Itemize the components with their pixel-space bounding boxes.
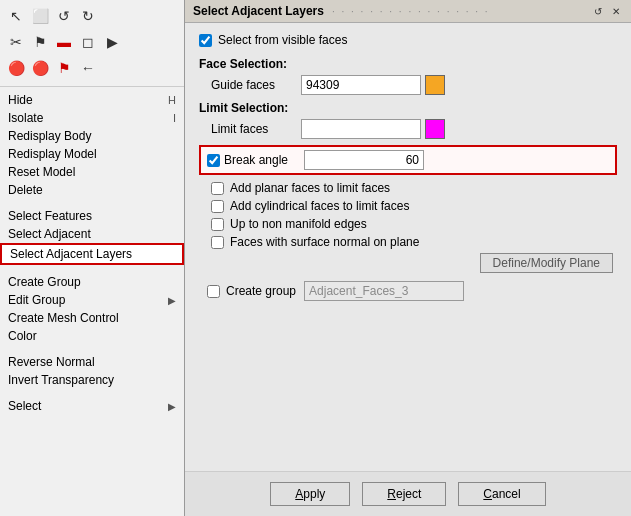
title-dots: · · · · · · · · · · · · · · · · ·: [332, 6, 490, 17]
icon-btn-8[interactable]: ⚑: [52, 56, 76, 80]
icon-btn-3[interactable]: ▬: [52, 30, 76, 54]
reject-button[interactable]: Reject: [362, 482, 446, 506]
dialog-reset-icon[interactable]: ↺: [591, 4, 605, 18]
select-visible-faces-checkbox[interactable]: [199, 34, 212, 47]
non-manifold-label: Up to non manifold edges: [230, 217, 367, 231]
menu-item-select-features[interactable]: Select Features: [0, 207, 184, 225]
create-group-checkbox[interactable]: [207, 285, 220, 298]
add-planar-row: Add planar faces to limit faces: [199, 181, 617, 195]
menu-separator-2: [0, 265, 184, 273]
menu-item-invert-transparency[interactable]: Invert Transparency: [0, 371, 184, 389]
surface-normal-label: Faces with surface normal on plane: [230, 235, 419, 249]
menu-item-create-group[interactable]: Create Group: [0, 273, 184, 291]
break-angle-label: Break angle: [224, 153, 304, 167]
add-cylindrical-checkbox[interactable]: [211, 200, 224, 213]
add-cylindrical-row: Add cylindrical faces to limit faces: [199, 199, 617, 213]
limit-selection-label: Limit Selection:: [199, 101, 617, 115]
menu-item-redisplay-body[interactable]: Redisplay Body: [0, 127, 184, 145]
cursor-icon[interactable]: ↖: [4, 4, 28, 28]
context-menu: Hide H Isolate I Redisplay Body Redispla…: [0, 87, 184, 516]
menu-item-isolate[interactable]: Isolate I: [0, 109, 184, 127]
rectangle-select-icon[interactable]: ⬜: [28, 4, 52, 28]
add-cylindrical-label: Add cylindrical faces to limit faces: [230, 199, 409, 213]
icon-btn-4[interactable]: ◻: [76, 30, 100, 54]
create-group-row: Create group: [199, 281, 617, 301]
non-manifold-row: Up to non manifold edges: [199, 217, 617, 231]
define-plane-row: Define/Modify Plane: [199, 253, 617, 273]
menu-separator-4: [0, 389, 184, 397]
menu-separator-1: [0, 199, 184, 207]
surface-normal-checkbox[interactable]: [211, 236, 224, 249]
left-toolbar-panel: ↖ ⬜ ↺ ↻ ✂ ⚑ ▬ ◻ ▶ 🔴 🔴 ⚑ ← Hide H Isolate…: [0, 0, 185, 516]
create-group-input[interactable]: [304, 281, 464, 301]
add-planar-checkbox[interactable]: [211, 182, 224, 195]
icon-btn-1[interactable]: ✂: [4, 30, 28, 54]
icon-btn-9[interactable]: ←: [76, 56, 100, 80]
face-selection-label: Face Selection:: [199, 57, 617, 71]
limit-faces-label: Limit faces: [211, 122, 301, 136]
menu-item-hide[interactable]: Hide H: [0, 91, 184, 109]
menu-item-create-mesh-control[interactable]: Create Mesh Control: [0, 309, 184, 327]
select-visible-faces-row: Select from visible faces: [199, 33, 617, 47]
menu-item-color[interactable]: Color: [0, 327, 184, 345]
limit-faces-row: Limit faces: [199, 119, 617, 139]
dialog-panel: Select Adjacent Layers · · · · · · · · ·…: [185, 0, 631, 516]
icon-btn-7[interactable]: 🔴: [28, 56, 52, 80]
title-buttons: ↺ ✕: [591, 4, 623, 18]
menu-item-select-adjacent[interactable]: Select Adjacent: [0, 225, 184, 243]
icon-btn-5[interactable]: ▶: [100, 30, 124, 54]
limit-faces-input[interactable]: [301, 119, 421, 139]
menu-item-reset-model[interactable]: Reset Model: [0, 163, 184, 181]
create-group-label: Create group: [226, 284, 296, 298]
select-arrow-icon: ▶: [168, 401, 176, 412]
menu-item-redisplay-model[interactable]: Redisplay Model: [0, 145, 184, 163]
add-planar-label: Add planar faces to limit faces: [230, 181, 390, 195]
cancel-button[interactable]: Cancel: [458, 482, 545, 506]
break-angle-row: Break angle: [199, 145, 617, 175]
guide-faces-color-swatch[interactable]: [425, 75, 445, 95]
undo-icon[interactable]: ↺: [52, 4, 76, 28]
dialog-title: Select Adjacent Layers: [193, 4, 324, 18]
guide-faces-input[interactable]: [301, 75, 421, 95]
toolbar-icons-area: ↖ ⬜ ↺ ↻ ✂ ⚑ ▬ ◻ ▶ 🔴 🔴 ⚑ ←: [0, 0, 184, 87]
menu-item-delete[interactable]: Delete: [0, 181, 184, 199]
dialog-buttons-area: Apply Reject Cancel: [185, 471, 631, 516]
guide-faces-row: Guide faces: [199, 75, 617, 95]
icon-btn-2[interactable]: ⚑: [28, 30, 52, 54]
edit-group-arrow-icon: ▶: [168, 295, 176, 306]
redo-icon[interactable]: ↻: [76, 4, 100, 28]
menu-item-select-adjacent-layers[interactable]: Select Adjacent Layers: [0, 243, 184, 265]
break-angle-checkbox[interactable]: [207, 154, 220, 167]
limit-selection-section: Limit Selection: Limit faces Break angle: [199, 101, 617, 175]
limit-faces-color-swatch[interactable]: [425, 119, 445, 139]
dialog-close-icon[interactable]: ✕: [609, 4, 623, 18]
surface-normal-row: Faces with surface normal on plane: [199, 235, 617, 249]
menu-item-reverse-normal[interactable]: Reverse Normal: [0, 353, 184, 371]
dialog-content: Select from visible faces Face Selection…: [185, 23, 631, 471]
icon-btn-6[interactable]: 🔴: [4, 56, 28, 80]
menu-item-select[interactable]: Select ▶: [0, 397, 184, 415]
apply-button[interactable]: Apply: [270, 482, 350, 506]
define-modify-plane-button[interactable]: Define/Modify Plane: [480, 253, 613, 273]
select-visible-faces-label: Select from visible faces: [218, 33, 347, 47]
break-angle-input[interactable]: [304, 150, 424, 170]
non-manifold-checkbox[interactable]: [211, 218, 224, 231]
menu-item-edit-group[interactable]: Edit Group ▶: [0, 291, 184, 309]
dialog-titlebar: Select Adjacent Layers · · · · · · · · ·…: [185, 0, 631, 23]
guide-faces-label: Guide faces: [211, 78, 301, 92]
menu-separator-3: [0, 345, 184, 353]
